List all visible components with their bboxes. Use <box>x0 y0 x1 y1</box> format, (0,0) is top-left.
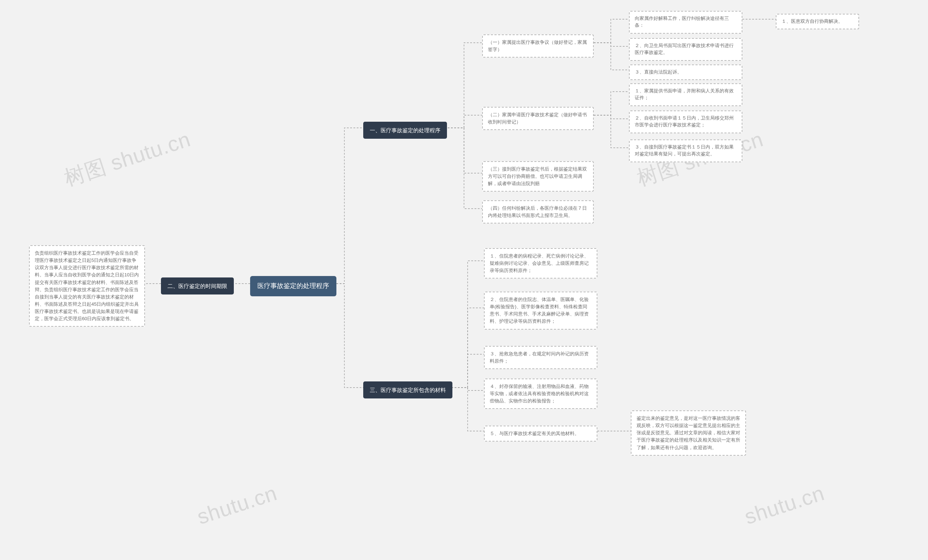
branch-1-c3[interactable]: （三）接到医疗事故鉴定书后，根据鉴定结果双方可以可自行协商赔偿。也可以申请卫生局… <box>482 161 594 192</box>
watermark: shutu.cn <box>194 481 280 529</box>
root-node[interactable]: 医疗事故鉴定的处理程序 <box>250 276 336 296</box>
branch-1-c1-a2[interactable]: ２、向卫生局书面写出医疗事故技术申请书进行医疗事故鉴定。 <box>629 38 742 61</box>
branch-1-c4[interactable]: （四）任何纠纷解决后，各医疗单位必须在７日内将处理结果以书面形式上报市卫生局。 <box>482 200 594 224</box>
branch-1[interactable]: 一、医疗事故鉴定的处理程序 <box>363 122 447 139</box>
branch-2[interactable]: 二、医疗鉴定的时间期限 <box>161 277 234 294</box>
branch-1-c1-a1[interactable]: 向家属作好解释工作，医疗纠纷解决途径有三条： <box>629 11 742 34</box>
branch-3-m5[interactable]: ５、与医疗事故技术鉴定有关的其他材料。 <box>484 426 597 441</box>
branch-3[interactable]: 三、医疗事故鉴定所包含的材料 <box>363 381 452 399</box>
branch-1-c1-a1-child[interactable]: １、医患双方自行协商解决。 <box>776 14 859 29</box>
branch-3-m4[interactable]: ４、封存保留的输液、注射用物品和血液、药物等实物，或者依法具有检验资格的检验机构… <box>484 379 597 409</box>
branch-3-m3[interactable]: ３、抢救急危患者，在规定时间内补记的病历资料原件； <box>484 346 597 369</box>
branch-1-c2-b2[interactable]: ２、自收到书面申请１５日内，卫生局移交郑州市医学会进行医疗事故技术鉴定； <box>629 111 742 133</box>
branch-1-c2-b1[interactable]: １、家属提供书面申请，并附和病人关系的有效证件； <box>629 83 742 106</box>
branch-1-c1-a3[interactable]: ３、直接向法院起诉。 <box>629 64 742 80</box>
branch-3-m1[interactable]: １、住院患者的病程记录、死亡病例讨论记录、疑难病例讨论记录、会诊意见、上级医师查… <box>484 248 597 278</box>
branch-3-m2[interactable]: ２、住院患者的住院志、体温单、医嘱单、化验单(检验报告)、医学影像检查资料、特殊… <box>484 292 597 330</box>
branch-1-c1[interactable]: （一）家属提出医疗事故争议（做好登记，家属签字） <box>482 34 594 58</box>
branch-1-c2[interactable]: （二）家属申请医疗事故技术鉴定（做好申请书收到时间登记） <box>482 107 594 130</box>
branch-3-m5-child[interactable]: 鉴定出来的鉴定意见，是对这一医疗事故情况的客观反映，双方可以根据这一鉴定意见提出… <box>631 410 746 456</box>
watermark: shutu.cn <box>741 481 827 529</box>
branch-1-c2-b3[interactable]: ３、自接到医疗事故鉴定书１５日内，双方如果对鉴定结果有疑问，可提出再次鉴定。 <box>629 140 742 162</box>
watermark: 树图 shutu.cn <box>61 125 194 193</box>
branch-2-leaf: 负责组织医疗事故技术鉴定工作的医学会应当自受理医疗事故技术鉴定之日起5日内通知医… <box>29 245 145 327</box>
